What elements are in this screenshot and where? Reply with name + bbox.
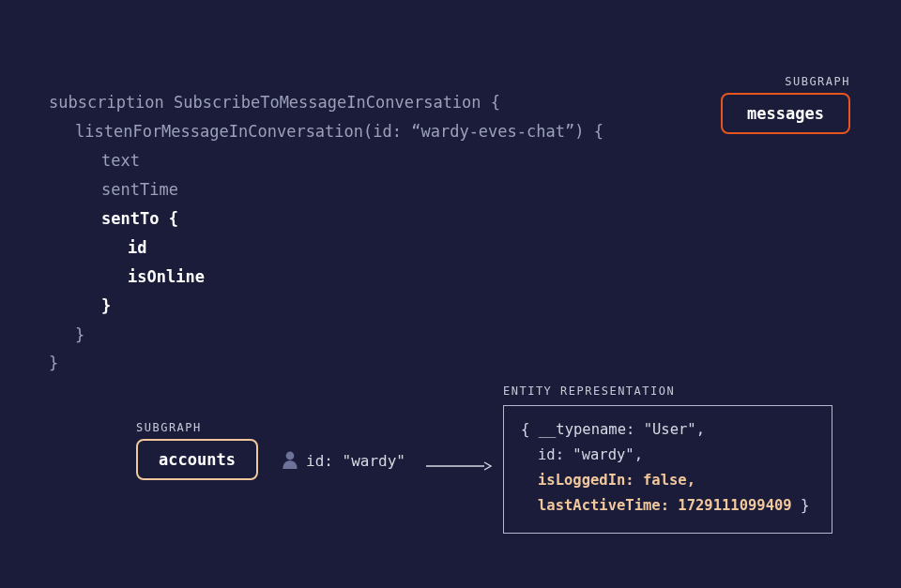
entity-line-2: id: "wardy", bbox=[521, 443, 815, 468]
subgraph-box-messages: messages bbox=[721, 93, 850, 134]
subgraph-label-messages: SUBGRAPH bbox=[785, 75, 850, 88]
code-line-8: } bbox=[49, 292, 603, 321]
user-id-text: id: "wardy" bbox=[306, 452, 405, 470]
code-line-6: id bbox=[49, 234, 603, 263]
code-line-5: sentTo { bbox=[49, 204, 603, 234]
subgraph-box-accounts: accounts bbox=[136, 439, 258, 480]
code-line-4: sentTime bbox=[49, 175, 603, 204]
code-line-2: listenForMessageInConversation(id: “ward… bbox=[49, 117, 603, 146]
entity-representation-box: { __typename: "User", id: "wardy", isLog… bbox=[503, 405, 832, 534]
code-line-7: isOnline bbox=[49, 263, 603, 292]
entity-line-4: lastActiveTime: 1729111099409 } bbox=[521, 493, 815, 519]
subscription-code-block: subscription SubscribeToMessageInConvers… bbox=[49, 88, 603, 378]
entity-line-4-brace: } bbox=[792, 497, 810, 514]
arrow-icon bbox=[426, 460, 492, 462]
subgraph-label-accounts: SUBGRAPH bbox=[136, 421, 202, 434]
user-icon bbox=[282, 450, 298, 473]
svg-point-0 bbox=[286, 452, 295, 460]
code-line-1: subscription SubscribeToMessageInConvers… bbox=[49, 88, 603, 117]
entity-representation-label: ENTITY REPRESENTATION bbox=[503, 384, 675, 398]
code-line-3: text bbox=[49, 146, 603, 175]
code-line-9: } bbox=[49, 321, 603, 350]
entity-line-4-highlight: lastActiveTime: 1729111099409 bbox=[538, 497, 792, 514]
code-line-10: } bbox=[49, 349, 603, 378]
entity-line-3: isLoggedIn: false, bbox=[521, 468, 815, 493]
entity-line-1: { __typename: "User", bbox=[521, 417, 815, 443]
